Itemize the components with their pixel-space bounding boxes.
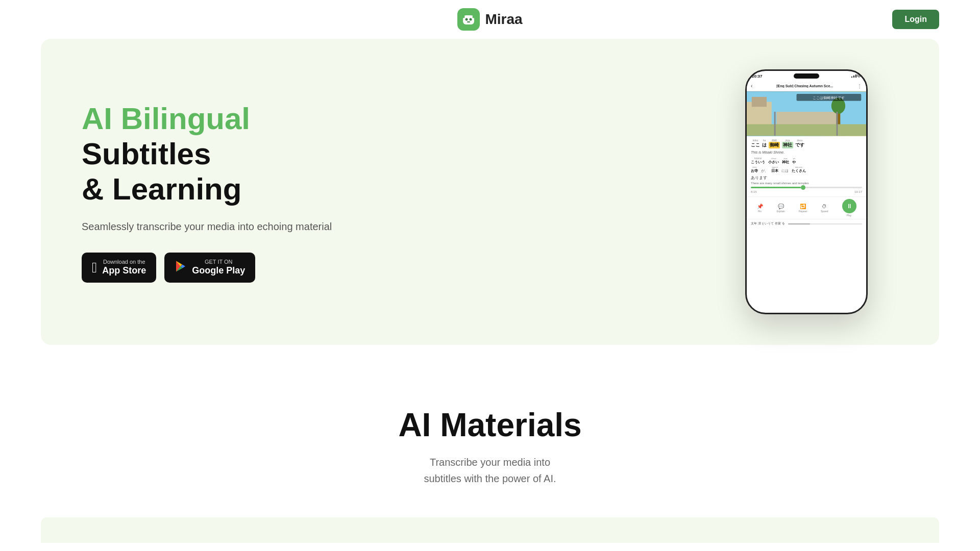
phone-bottom-fill [788, 223, 811, 224]
svg-rect-3 [467, 21, 470, 22]
ai-materials-title: AI Materials [41, 406, 939, 444]
svg-point-7 [859, 75, 860, 76]
phone-line-row-2: otera お寺 が、 nippon 日本 には takusan たくさん [751, 166, 862, 173]
hero-title-line3: & Learning [82, 171, 332, 207]
logo-svg [461, 12, 476, 27]
pin-icon: 📌 [757, 204, 763, 209]
store-buttons:  Download on the App Store GET IT ON [82, 253, 332, 283]
googleplay-button[interactable]: GET IT ON Google Play [164, 253, 255, 283]
phone-current-line: koko ここ ha は 御崎 御崎 jinja 神社 desu です [751, 139, 862, 148]
phone-time-row: 8:15 19:17 [751, 190, 862, 193]
svg-point-4 [462, 16, 465, 18]
word-jinja: jinja 神社 [782, 139, 793, 148]
ai-materials-section: AI Materials Transcribe your media into … [0, 375, 980, 507]
ctrl-repeat[interactable]: 🔁 Repeat [799, 204, 807, 213]
explain-icon: 💬 [778, 204, 784, 209]
hero-title-line2: Subtitles [82, 136, 332, 171]
phone-notch [794, 73, 819, 79]
time-start: 8:15 [751, 190, 757, 193]
login-button[interactable]: Login [892, 10, 939, 29]
bottom-words: 太年 澪 というて 作家 を [751, 221, 785, 226]
phone-mockup: 20:37 ‹ [Eng Sub] Chasing Autumn Sce... … [745, 69, 868, 314]
hero-title-green: AI Bilingual [82, 101, 332, 136]
word-ha: ha は [762, 139, 767, 148]
phone-status-bar: 20:37 [747, 71, 866, 81]
hero-subtitle: Seamlessly transcribe your media into ec… [82, 219, 332, 234]
appstore-button[interactable]:  Download on the App Store [82, 253, 156, 283]
phone-video-area: ここは御崎神社です [747, 91, 866, 136]
phone-controls: 📌 Pin 💬 Explain 🔁 Repeat ⏱ Speed ⏸ Play [747, 196, 866, 219]
logo-text: Miraa [485, 11, 522, 28]
nav-title: [Eng Sub] Chasing Autumn Sce... [776, 84, 833, 88]
back-icon[interactable]: ‹ [751, 83, 752, 89]
navbar: Miraa Login [0, 0, 980, 39]
phone-time: 20:37 [752, 74, 762, 79]
ai-materials-subtitle: Transcribe your media into subtitles wit… [41, 454, 939, 487]
svg-rect-16 [837, 112, 838, 136]
pause-icon: ⏸ [846, 203, 852, 210]
video-scene: ここは御崎神社です [747, 91, 866, 136]
ctrl-speed[interactable]: ⏱ Speed [821, 204, 828, 213]
appstore-text: Download on the App Store [102, 259, 146, 277]
apple-icon:  [92, 261, 97, 275]
phone-progress-bar[interactable] [751, 187, 862, 188]
phone-content: koko ここ ha は 御崎 御崎 jinja 神社 desu です [747, 136, 866, 196]
googleplay-icon [175, 260, 187, 275]
speed-icon: ⏱ [822, 204, 827, 209]
svg-rect-15 [774, 112, 776, 136]
phone-line-translation: There are many small shrines and temples [751, 182, 862, 185]
svg-rect-11 [752, 97, 767, 107]
ctrl-pin[interactable]: 📌 Pin [757, 204, 763, 213]
phone-translation: This is Misaki Shrine. [751, 151, 862, 154]
svg-point-2 [470, 18, 472, 21]
menu-icon[interactable]: ⋮ [857, 83, 862, 89]
logo-icon [457, 8, 480, 31]
ctrl-explain[interactable]: 💬 Explain [777, 204, 785, 213]
googleplay-text: GET IT ON Google Play [192, 259, 245, 277]
phone-bottom-progress [788, 223, 862, 224]
phone-bottom-bar: 太年 澪 というて 作家 を [747, 219, 866, 228]
logo-link[interactable]: Miraa [457, 8, 522, 31]
ctrl-play[interactable]: ⏸ Play [842, 199, 856, 217]
bottom-preview-strip [41, 517, 939, 543]
svg-rect-14 [747, 124, 866, 135]
phone-progress-dot [801, 185, 805, 190]
phone-line-row-1: kourai こういう chisai 小さい jinja 神社 ya や [751, 157, 862, 165]
phone-lines: kourai こういう chisai 小さい jinja 神社 ya や [751, 157, 862, 185]
svg-text:ここは御崎神社です: ここは御崎神社です [813, 96, 845, 100]
phone-signals [851, 73, 861, 79]
svg-point-5 [473, 16, 475, 18]
word-misaki: 御崎 御崎 [769, 139, 780, 148]
svg-point-1 [465, 18, 468, 21]
word-koko: koko ここ [751, 139, 760, 148]
word-desu: desu です [795, 139, 804, 148]
phone-arimasu: あります [751, 175, 862, 181]
repeat-icon: 🔁 [800, 204, 806, 209]
time-end: 19:17 [854, 190, 862, 193]
phone-progress-fill [751, 187, 801, 188]
phone-nav-bar: ‹ [Eng Sub] Chasing Autumn Sce... ⋮ [747, 81, 866, 91]
hero-section: AI Bilingual Subtitles & Learning Seamle… [41, 39, 939, 345]
hero-left: AI Bilingual Subtitles & Learning Seamle… [82, 101, 332, 283]
play-button[interactable]: ⏸ [842, 199, 856, 213]
